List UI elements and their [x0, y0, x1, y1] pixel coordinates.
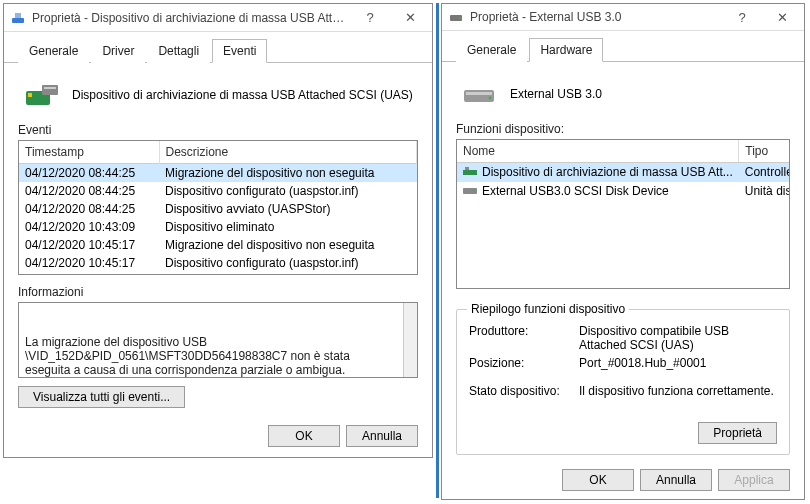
col-name[interactable]: Nome	[457, 140, 739, 163]
hardware-dialog: Proprietà - External USB 3.0 ? ✕ General…	[441, 3, 805, 500]
usb-controller-icon	[463, 166, 479, 180]
help-button[interactable]: ?	[350, 5, 390, 31]
close-button[interactable]: ✕	[762, 4, 802, 30]
col-timestamp[interactable]: Timestamp	[19, 141, 159, 164]
tab-details[interactable]: Dettagli	[147, 39, 210, 63]
svg-rect-0	[12, 18, 24, 23]
window-title: Proprietà - External USB 3.0	[470, 10, 722, 24]
close-button[interactable]: ✕	[390, 5, 430, 31]
svg-point-14	[473, 190, 475, 192]
svg-point-7	[459, 17, 461, 19]
view-all-events-button[interactable]: Visualizza tutti gli eventi...	[18, 386, 185, 408]
svg-rect-4	[42, 85, 58, 95]
properties-button[interactable]: Proprietà	[698, 422, 777, 444]
titlebar: Proprietà - Dispositivo di archiviazione…	[4, 4, 432, 32]
event-row[interactable]: 04/12/2020 08:44:25Migrazione del dispos…	[19, 164, 417, 183]
producer-row: Produttore: Dispositivo compatibile USB …	[469, 324, 777, 352]
position-row: Posizione: Port_#0018.Hub_#0001	[469, 356, 777, 370]
titlebar: Proprietà - External USB 3.0 ? ✕	[442, 4, 804, 31]
ok-button[interactable]: OK	[268, 425, 340, 447]
tab-content: External USB 3.0 Funzioni dispositivo: N…	[442, 62, 804, 461]
event-row[interactable]: 04/12/2020 08:44:25Dispositivo configura…	[19, 182, 417, 200]
svg-rect-5	[44, 87, 56, 89]
device-header: Dispositivo di archiviazione di massa US…	[22, 79, 418, 111]
tab-events[interactable]: Eventi	[212, 39, 267, 63]
device-summary: Riepilogo funzioni dispositivo Produttor…	[456, 309, 790, 455]
device-name: Dispositivo di archiviazione di massa US…	[72, 88, 413, 102]
apply-button[interactable]: Applica	[718, 469, 790, 491]
ok-button[interactable]: OK	[562, 469, 634, 491]
tab-strip: Generale Hardware	[442, 31, 804, 62]
cancel-button[interactable]: Annulla	[640, 469, 712, 491]
window-title: Proprietà - Dispositivo di archiviazione…	[32, 11, 350, 25]
dialog-buttons: OK Annulla Applica	[442, 461, 804, 501]
event-row[interactable]: 04/12/2020 10:43:09Dispositivo eliminato	[19, 218, 417, 236]
info-label: Informazioni	[18, 285, 418, 299]
events-list[interactable]: Timestamp Descrizione 04/12/2020 08:44:2…	[18, 140, 418, 275]
event-row[interactable]: 04/12/2020 08:44:25Dispositivo avviato (…	[19, 200, 417, 218]
drive-icon	[460, 78, 500, 110]
device-header: External USB 3.0	[460, 78, 790, 110]
tab-strip: Generale Driver Dettagli Eventi	[4, 32, 432, 63]
svg-rect-3	[28, 93, 32, 97]
device-icon	[22, 79, 62, 111]
device-name: External USB 3.0	[510, 87, 602, 101]
disk-icon	[463, 185, 479, 199]
summary-legend: Riepilogo funzioni dispositivo	[467, 302, 629, 316]
col-description[interactable]: Descrizione	[159, 141, 417, 164]
help-button[interactable]: ?	[722, 4, 762, 30]
svg-rect-8	[464, 90, 494, 102]
tab-content: Dispositivo di archiviazione di massa US…	[4, 63, 432, 417]
dialog-buttons: OK Annulla	[4, 417, 432, 457]
scrollbar[interactable]	[403, 303, 417, 377]
divider	[436, 3, 439, 498]
events-dialog: Proprietà - Dispositivo di archiviazione…	[3, 3, 433, 458]
svg-rect-12	[465, 167, 469, 170]
app-icon	[10, 10, 26, 26]
svg-rect-9	[466, 92, 492, 95]
function-row[interactable]: Dispositivo di archiviazione di massa US…	[457, 163, 790, 182]
app-icon	[448, 9, 464, 25]
tab-general[interactable]: Generale	[18, 39, 89, 63]
event-row[interactable]: 04/12/2020 10:45:17Dispositivo configura…	[19, 254, 417, 272]
col-type[interactable]: Tipo	[739, 140, 790, 163]
info-textarea[interactable]: La migrazione del dispositivo USB \VID_1…	[18, 302, 418, 378]
cancel-button[interactable]: Annulla	[346, 425, 418, 447]
svg-point-10	[489, 97, 492, 100]
tab-hardware[interactable]: Hardware	[529, 38, 603, 62]
tab-general[interactable]: Generale	[456, 38, 527, 62]
tab-driver[interactable]: Driver	[91, 39, 145, 63]
functions-list[interactable]: Nome Tipo Dispositivo di archiviazione d…	[456, 139, 790, 289]
svg-rect-11	[463, 170, 477, 175]
svg-rect-1	[15, 13, 21, 18]
functions-label: Funzioni dispositivo:	[456, 122, 790, 136]
event-row[interactable]: 04/12/2020 10:45:17Migrazione del dispos…	[19, 236, 417, 254]
events-label: Eventi	[18, 123, 418, 137]
function-row[interactable]: External USB3.0 SCSI Disk Device Unità d…	[457, 182, 790, 201]
status-row: Stato dispositivo: Il dispositivo funzio…	[469, 384, 777, 398]
